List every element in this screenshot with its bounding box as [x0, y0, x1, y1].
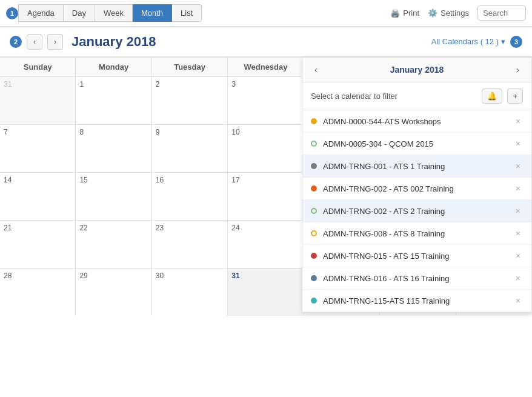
- settings-action[interactable]: ⚙️ Settings: [428, 8, 469, 18]
- remove-calendar-icon[interactable]: ×: [513, 251, 523, 261]
- next-month-button[interactable]: ›: [47, 34, 63, 50]
- calendar-dropdown-panel: ‹ January 2018 › Select a calendar to fi…: [302, 57, 532, 313]
- calendar-color-dot: [311, 253, 317, 259]
- calendar-name: ADMN-TRNG-115-ATS 115 Training: [323, 296, 513, 305]
- day-number: 7: [4, 128, 8, 136]
- day-cell[interactable]: 7: [0, 125, 76, 172]
- badge-3: 3: [510, 36, 522, 48]
- chevron-down-icon: ▾: [501, 37, 505, 46]
- calendar-container: Sunday Monday Tuesday Wednesday Thursday…: [0, 57, 532, 397]
- day-cell[interactable]: 14: [0, 173, 76, 220]
- day-cell[interactable]: 17: [228, 173, 304, 220]
- calendar-list-item[interactable]: ADMN-TRNG-002 - ATS 002 Training×: [302, 178, 531, 200]
- day-cell[interactable]: 9: [152, 125, 228, 172]
- remove-calendar-icon[interactable]: ×: [513, 139, 523, 148]
- calendar-list-item[interactable]: ADMN-TRNG-016 - ATS 16 Training×: [302, 267, 531, 290]
- month-title: January 2018: [71, 34, 156, 50]
- calendar-color-dot: [311, 185, 317, 192]
- tab-day[interactable]: Day: [64, 4, 95, 22]
- remove-calendar-icon[interactable]: ×: [513, 229, 523, 238]
- panel-filter-row: Select a calendar to filter 🔔 +: [302, 82, 531, 110]
- filter-label: All Calendars ( 12 ): [431, 37, 499, 46]
- day-cell[interactable]: 21: [0, 221, 76, 268]
- calendar-list-item[interactable]: ADMN-0000-544-ATS Workshops×: [302, 110, 531, 133]
- day-cell[interactable]: 16: [152, 173, 228, 220]
- add-calendar-button[interactable]: +: [507, 88, 523, 104]
- day-cell[interactable]: 2: [152, 77, 228, 124]
- mini-cal-title: January 2018: [390, 65, 444, 75]
- day-cell[interactable]: 10: [228, 125, 304, 172]
- calendar-name: ADMN-TRNG-008 - ATS 8 Training: [323, 229, 513, 238]
- prev-month-button[interactable]: ‹: [27, 34, 42, 50]
- plus-icon: +: [513, 92, 517, 101]
- mini-cal-header: ‹ January 2018 ›: [302, 58, 531, 82]
- tab-month[interactable]: Month: [133, 4, 172, 22]
- day-number: 9: [156, 128, 160, 136]
- day-cell[interactable]: 8: [76, 125, 151, 172]
- header-monday: Monday: [76, 58, 151, 76]
- day-cell[interactable]: 1: [76, 77, 151, 124]
- day-cell[interactable]: 15: [76, 173, 151, 220]
- day-number: 31: [4, 80, 12, 88]
- remove-calendar-icon[interactable]: ×: [513, 273, 523, 283]
- filter-dropdown[interactable]: All Calendars ( 12 ) ▾: [431, 37, 505, 46]
- day-cell[interactable]: 28: [0, 269, 76, 316]
- tab-agenda[interactable]: Agenda: [18, 4, 64, 22]
- print-label: Print: [403, 8, 419, 18]
- day-cell[interactable]: 30: [152, 269, 228, 316]
- day-number: 10: [231, 128, 239, 136]
- remove-calendar-icon[interactable]: ×: [513, 206, 523, 216]
- remove-calendar-icon[interactable]: ×: [513, 184, 523, 193]
- remove-calendar-icon[interactable]: ×: [513, 296, 523, 305]
- day-number: 31: [231, 272, 239, 280]
- tab-list[interactable]: List: [172, 4, 202, 22]
- calendar-name: ADMN-TRNG-016 - ATS 16 Training: [323, 274, 513, 283]
- header-wednesday: Wednesday: [228, 58, 304, 76]
- day-number: 29: [79, 272, 87, 280]
- day-cell[interactable]: 3: [228, 77, 304, 124]
- day-number: 8: [79, 128, 84, 136]
- calendar-name: ADMN-TRNG-001 - ATS 1 Training: [323, 162, 513, 171]
- top-bar-actions: 🖨️ Print ⚙️ Settings: [390, 5, 526, 21]
- day-number: 1: [79, 80, 84, 88]
- search-input[interactable]: [477, 5, 526, 21]
- panel-actions: 🔔 +: [482, 88, 523, 104]
- day-number: 2: [156, 80, 160, 88]
- day-number: 14: [4, 176, 12, 184]
- calendar-list-item[interactable]: ADMN-0005-304 - QCOM 2015×: [302, 133, 531, 155]
- calendar-list-item[interactable]: ADMN-TRNG-002 - ATS 2 Training×: [302, 200, 531, 222]
- day-cell[interactable]: 23: [152, 221, 228, 268]
- header-sunday: Sunday: [0, 58, 76, 76]
- calendar-color-dot: [311, 275, 317, 281]
- tab-week[interactable]: Week: [95, 4, 133, 22]
- badge-2: 2: [10, 36, 22, 48]
- calendar-name: ADMN-TRNG-002 - ATS 002 Training: [323, 184, 513, 193]
- mini-next-button[interactable]: ›: [513, 64, 523, 76]
- calendar-color-dot: [311, 118, 317, 124]
- day-cell[interactable]: 31: [228, 269, 304, 316]
- calendar-name: ADMN-0005-304 - QCOM 2015: [323, 139, 513, 148]
- day-cell[interactable]: 24: [228, 221, 304, 268]
- remove-calendar-icon[interactable]: ×: [513, 116, 523, 126]
- calendar-filter: All Calendars ( 12 ) ▾ 3: [431, 36, 522, 48]
- badge-1: 1: [6, 7, 18, 19]
- settings-label: Settings: [441, 8, 469, 18]
- day-cell[interactable]: 22: [76, 221, 151, 268]
- mini-prev-button[interactable]: ‹: [311, 64, 321, 76]
- print-action[interactable]: 🖨️ Print: [390, 8, 419, 18]
- day-number: 23: [156, 224, 164, 232]
- day-cell[interactable]: 29: [76, 269, 151, 316]
- calendar-list-item[interactable]: ADMN-TRNG-008 - ATS 8 Training×: [302, 222, 531, 245]
- calendar-list-item[interactable]: ADMN-TRNG-001 - ATS 1 Training×: [302, 155, 531, 178]
- calendar-color-dot: [311, 230, 317, 236]
- day-cell[interactable]: 31: [0, 77, 76, 124]
- filter-text: Select a calendar to filter: [311, 92, 397, 101]
- day-number: 16: [156, 176, 164, 184]
- day-number: 24: [231, 224, 239, 232]
- calendar-color-dot: [311, 208, 317, 214]
- calendar-list-item[interactable]: ADMN-TRNG-015 - ATS 15 Training×: [302, 245, 531, 267]
- remove-calendar-icon[interactable]: ×: [513, 161, 523, 171]
- calendar-list-item[interactable]: ADMN-TRNG-115-ATS 115 Training×: [302, 290, 531, 312]
- day-number: 15: [79, 176, 87, 184]
- filter-icon-button[interactable]: 🔔: [482, 88, 502, 104]
